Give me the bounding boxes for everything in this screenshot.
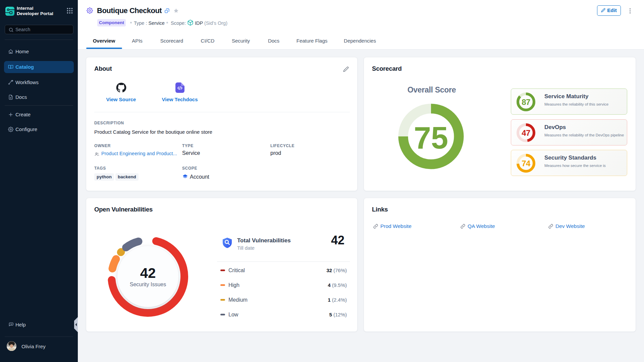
svg-text:42: 42 — [140, 265, 156, 281]
svg-text:Security Issues: Security Issues — [130, 282, 166, 287]
svg-text:75: 75 — [414, 121, 448, 155]
